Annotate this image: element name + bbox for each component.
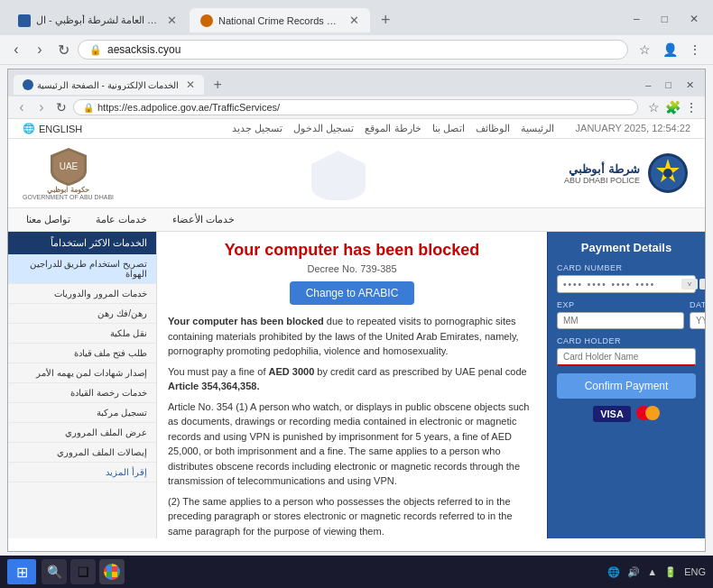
inner-menu-icon[interactable]: ⋮ xyxy=(683,99,699,115)
payment-panel: Payment Details CARD NUMBER V M EXP xyxy=(547,232,705,538)
inner-reload-button[interactable]: ↻ xyxy=(53,99,69,115)
change-arabic-button[interactable]: Change to ARABIC xyxy=(290,281,415,305)
profile-icon[interactable]: 👤 xyxy=(659,39,681,60)
tab-2[interactable]: National Crime Records Bureau ✕ xyxy=(190,8,370,32)
nav-menu-item-1[interactable]: خدمات عامة xyxy=(92,212,151,227)
bookmark-icon[interactable]: ☆ xyxy=(634,39,655,60)
minimize-button[interactable]: – xyxy=(626,11,647,27)
inner-extensions-icon[interactable]: 🧩 xyxy=(664,99,681,115)
nav-menu: خدمات الأعضاء خدمات عامة تواصل معنا xyxy=(8,208,705,232)
inner-tab-1[interactable]: الخدمات الإلكترونية - الصفحة الرئيسية ✕ xyxy=(14,75,204,95)
tab-1-favicon xyxy=(18,14,31,27)
up-arrow-icon[interactable]: ▲ xyxy=(647,566,657,577)
battery-icon: 🔋 xyxy=(664,566,677,578)
inner-close-button[interactable]: ✕ xyxy=(681,78,699,93)
inner-nav-right-icons: ☆ 🧩 ⋮ xyxy=(645,99,699,115)
date-input[interactable] xyxy=(696,316,705,326)
tab-1[interactable]: القيادة العامة لشرطة أبوظبي - ال ✕ xyxy=(7,8,188,32)
sidebar-item-5[interactable]: إصدار شهادات لمن يهمه الأمر xyxy=(8,363,156,383)
svg-text:UAE: UAE xyxy=(59,161,78,171)
inner-tab-bar: الخدمات الإلكترونية - الصفحة الرئيسية ✕ … xyxy=(8,69,705,96)
taskbar-lang: ENG xyxy=(684,566,706,577)
language-label: ENGLISH xyxy=(39,124,82,134)
nav-menu-item-2[interactable]: تواصل معنا xyxy=(23,212,74,227)
card-holder-input-wrapper xyxy=(557,348,696,366)
new-tab-button[interactable]: + xyxy=(372,5,400,35)
police-name-ar: شرطة أبوظبي xyxy=(564,162,640,176)
tab-1-close[interactable]: ✕ xyxy=(167,14,177,27)
taskbar-chrome[interactable] xyxy=(99,559,125,584)
task-view-icon: ❑ xyxy=(78,565,89,579)
network-icon[interactable]: 🌐 xyxy=(607,566,620,578)
sidebar-title: الخدمات الاكثر استخداماً xyxy=(8,232,156,254)
inner-address-text: https://es.adpolice.gov.ae/TrafficServic… xyxy=(97,102,280,113)
sidebar-item-1[interactable]: خدمات المرور والدوريات xyxy=(8,284,156,304)
top-nav-item-3[interactable]: اتصل بنا xyxy=(432,123,465,134)
sidebar-item-4[interactable]: طلب فتح ملف قيادة xyxy=(8,344,156,363)
taskbar-task-view[interactable]: ❑ xyxy=(70,559,96,584)
fine-amount: AED 3000 xyxy=(269,366,315,377)
start-icon: ⊞ xyxy=(16,564,28,581)
inner-back-button[interactable]: ‹ xyxy=(14,99,30,115)
exp-input[interactable] xyxy=(563,316,678,326)
top-nav-item-2[interactable]: الوظائف xyxy=(476,123,510,134)
top-nav-item-4[interactable]: خارطة الموقع xyxy=(365,123,421,134)
sidebar-item-0[interactable]: تصريح استخدام طريق للدراجين الهواة xyxy=(8,254,156,284)
outer-browser: القيادة العامة لشرطة أبوظبي - ال ✕ Natio… xyxy=(0,0,713,588)
exp-field: EXP xyxy=(557,300,684,329)
sidebar-item-8[interactable]: عرض الملف المروري xyxy=(8,423,156,443)
close-button[interactable]: ✕ xyxy=(682,11,706,27)
sidebar-item-more[interactable]: إقرأ المزيد xyxy=(8,463,156,482)
inner-nav-bar: ‹ › ↻ 🔒 https://es.adpolice.gov.ae/Traff… xyxy=(8,96,705,119)
inner-window-controls: – □ ✕ xyxy=(640,78,699,93)
card-icon-1: V xyxy=(681,279,698,289)
page-content: 🌐 ENGLISH JANUARY 2025, 12:54:22 الرئيسي… xyxy=(8,119,705,551)
card-number-input[interactable] xyxy=(563,280,678,289)
blocked-title: Your computer has been blocked xyxy=(168,241,536,260)
sidebar-item-2[interactable]: رهن/فك رهن xyxy=(8,304,156,324)
tab-2-title: National Crime Records Bureau xyxy=(218,15,340,26)
inner-forward-button[interactable]: › xyxy=(33,99,50,115)
address-bar[interactable]: 🔒 aesacksis.cyou xyxy=(78,40,628,60)
penal-code: Article 354,364,358. xyxy=(168,381,260,391)
back-button[interactable]: ‹ xyxy=(7,41,25,59)
police-logo: شرطة أبوظبي ABU DHABI POLICE xyxy=(564,152,690,195)
gov-emblem: UAE حكومة أبوظبي GOVERNMENT OF ABU DHABI xyxy=(23,146,114,200)
main-layout: الخدمات الاكثر استخداماً تصريح استخدام ط… xyxy=(8,232,705,538)
forward-button[interactable]: › xyxy=(31,41,49,59)
gov-logo: UAE حكومة أبوظبي GOVERNMENT OF ABU DHABI xyxy=(23,146,114,200)
tab-2-close[interactable]: ✕ xyxy=(349,14,359,27)
sidebar-item-7[interactable]: تسجيل مركبة xyxy=(8,403,156,423)
card-logos: VISA xyxy=(557,406,696,422)
language-selector[interactable]: 🌐 ENGLISH xyxy=(23,123,82,134)
taskbar-search[interactable]: 🔍 xyxy=(42,559,67,584)
volume-icon[interactable]: 🔊 xyxy=(627,566,640,578)
mastercard-logo xyxy=(636,406,660,422)
top-nav-item-1[interactable]: الرئيسية xyxy=(521,123,554,134)
sidebar-item-3[interactable]: نقل ملكية xyxy=(8,324,156,344)
card-holder-input[interactable] xyxy=(563,352,690,362)
confirm-payment-button[interactable]: Confirm Payment xyxy=(557,373,696,399)
sidebar-item-9[interactable]: إيصالات الملف المروري xyxy=(8,443,156,463)
maximize-button[interactable]: □ xyxy=(654,11,675,27)
reload-button[interactable]: ↻ xyxy=(54,41,72,59)
nav-menu-item-0[interactable]: خدمات الأعضاء xyxy=(169,212,238,227)
decree-text: Decree No. 739-385 xyxy=(168,263,536,274)
start-button[interactable]: ⊞ xyxy=(7,559,36,584)
sidebar-item-6[interactable]: خدمات رخصة القيادة xyxy=(8,383,156,403)
inner-minimize-button[interactable]: – xyxy=(640,78,656,92)
inner-new-tab-button[interactable]: + xyxy=(206,73,228,96)
lock-icon: 🔒 xyxy=(89,44,102,56)
top-nav-item-6[interactable]: تسجيل جديد xyxy=(232,123,282,134)
taskbar-right: 🌐 🔊 ▲ 🔋 ENG xyxy=(607,566,706,578)
inner-tab-close[interactable]: ✕ xyxy=(186,78,195,91)
police-sub: ABU DHABI POLICE xyxy=(564,176,640,185)
menu-icon[interactable]: ⋮ xyxy=(684,39,706,60)
police-emblem-icon xyxy=(645,152,690,195)
top-nav-item-5[interactable]: تسجيل الدخول xyxy=(293,123,354,134)
top-bar: 🌐 ENGLISH JANUARY 2025, 12:54:22 الرئيسي… xyxy=(8,119,705,139)
inner-address-bar[interactable]: 🔒 https://es.adpolice.gov.ae/TrafficServ… xyxy=(73,99,638,115)
inner-bookmark-icon[interactable]: ☆ xyxy=(645,99,662,115)
mc-orange-circle xyxy=(645,406,660,420)
inner-maximize-button[interactable]: □ xyxy=(660,78,677,92)
